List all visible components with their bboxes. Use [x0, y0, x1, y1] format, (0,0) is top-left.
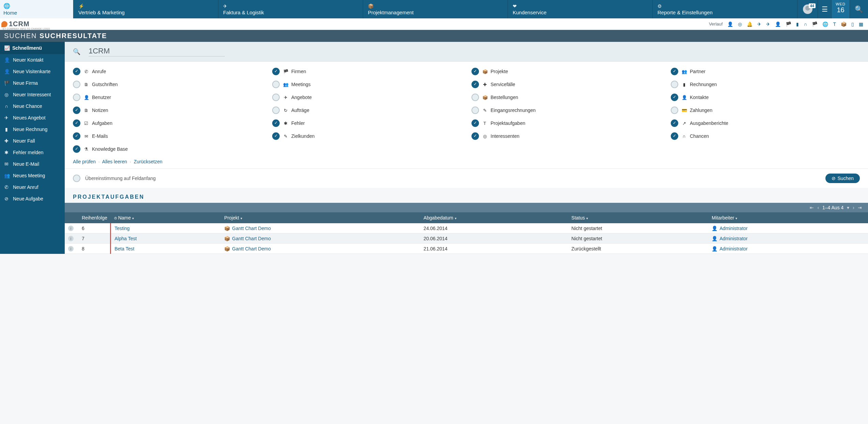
sidebar-item-neues-angebot[interactable]: ✈Neues Angebot	[0, 112, 65, 124]
filter-kontakte[interactable]: 👤Kontakte	[671, 94, 860, 101]
filter-notizen[interactable]: 🗎Notizen	[73, 107, 262, 114]
filter-fehler[interactable]: ✱Fehler	[272, 119, 461, 127]
filter-checkbox[interactable]	[73, 107, 80, 114]
filter-checkbox[interactable]	[471, 81, 479, 88]
history-send2-icon[interactable]: ✈	[766, 21, 770, 27]
sidebar-item-neue-rechnung[interactable]: ▮Neue Rechnung	[0, 124, 65, 135]
page-next-icon[interactable]: ›	[853, 205, 854, 210]
filter-benutzer[interactable]: 👤Benutzer	[73, 94, 262, 101]
sidebar-item-neue-aufgabe[interactable]: ⊘Neue Aufgabe	[0, 193, 65, 205]
sidebar-item-neue-chance[interactable]: ∩Neue Chance	[0, 100, 65, 112]
filter-ausgabenberichte[interactable]: ↗Ausgabenberichte	[671, 119, 860, 127]
filter-checkbox[interactable]	[671, 119, 678, 127]
filter-checkbox[interactable]	[671, 81, 678, 88]
filter-bestellungen[interactable]: 📦Bestellungen	[471, 94, 661, 101]
filter-interessenten[interactable]: ◎Interessenten	[471, 132, 661, 140]
row-info-icon[interactable]: i	[68, 236, 74, 241]
global-search-icon[interactable]: 🔍	[850, 0, 868, 18]
history-flag-icon[interactable]: 🏴	[786, 21, 791, 27]
cell-name-link[interactable]: Alpha Test	[114, 236, 137, 241]
filter-checkbox[interactable]	[471, 68, 479, 75]
cell-name-link[interactable]: Beta Test	[114, 246, 134, 251]
history-cube-icon[interactable]: 📦	[841, 21, 847, 27]
filter-checkbox[interactable]	[471, 94, 479, 101]
sidebar-item-neues-meeting[interactable]: 👥Neues Meeting	[0, 170, 65, 181]
col-project[interactable]: Projekt	[224, 215, 239, 221]
filter-checkbox[interactable]	[73, 68, 80, 75]
filter-rechnungen[interactable]: ▮Rechnungen	[671, 81, 860, 88]
row-info-icon[interactable]: i	[68, 246, 74, 251]
sidebar-item-neue-e-mail[interactable]: ✉Neue E-Mail	[0, 158, 65, 170]
sidebar-item-neuer-anruf[interactable]: ✆Neuer Anruf	[0, 181, 65, 193]
filter-checkbox[interactable]	[272, 81, 280, 88]
filter-e-mails[interactable]: ✉E-Mails	[73, 132, 262, 140]
nav-reporte-einstellungen[interactable]: ⚙Reporte & Einstellungen	[652, 0, 797, 18]
cell-assignee-link[interactable]: Administrator	[719, 246, 747, 251]
nav-projektmanagement[interactable]: 📦Projektmanagement	[363, 0, 508, 18]
history-target-icon[interactable]: ◎	[738, 21, 742, 27]
user-avatar[interactable]: 44	[797, 0, 818, 18]
col-name[interactable]: Name	[118, 215, 131, 221]
filter-zielkunden[interactable]: ✎Zielkunden	[272, 132, 461, 140]
menu-toggle-icon[interactable]: ☰	[818, 0, 831, 18]
col-assignee[interactable]: Mitarbeiter	[712, 215, 734, 221]
calendar-widget[interactable]: WED 16	[831, 0, 850, 18]
filter-checkbox[interactable]	[671, 107, 678, 114]
filter-knowledge-base[interactable]: ⚗Knowledge Base	[73, 145, 262, 153]
page-prev-icon[interactable]: ‹	[817, 205, 819, 210]
filter-checkbox[interactable]	[73, 132, 80, 140]
sidebar-item-neuer-interessent[interactable]: ◎Neuer Interessent	[0, 89, 65, 100]
filter-checkbox[interactable]	[272, 119, 280, 127]
filter-checkbox[interactable]	[671, 94, 678, 101]
filter-checkbox[interactable]	[272, 132, 280, 140]
filter-checkbox[interactable]	[471, 107, 479, 114]
filter-meetings[interactable]: 👥Meetings	[272, 81, 461, 88]
col-status[interactable]: Status	[571, 215, 585, 221]
cell-assignee-link[interactable]: Administrator	[719, 226, 747, 231]
search-input[interactable]	[89, 47, 225, 56]
filter-angebote[interactable]: ✈Angebote	[272, 94, 461, 101]
filter-checkbox[interactable]	[671, 68, 678, 75]
filter-firmen[interactable]: 🏴Firmen	[272, 68, 461, 75]
table-row[interactable]: i8Beta Test📦Gantt Chart Demo21.06.2014Zu…	[65, 244, 868, 254]
table-row[interactable]: i7Alpha Test📦Gantt Chart Demo20.06.2014N…	[65, 233, 868, 244]
filter-checkbox[interactable]	[272, 94, 280, 101]
filter-checkbox[interactable]	[471, 132, 479, 140]
filter-checkbox[interactable]	[73, 94, 80, 101]
history-grid-icon[interactable]: ▦	[859, 21, 863, 27]
row-info-icon[interactable]: i	[68, 226, 74, 231]
filter-checkbox[interactable]	[73, 145, 80, 153]
cell-name-link[interactable]: Testing	[114, 226, 129, 231]
nav-home[interactable]: 🌐 Home	[0, 0, 73, 18]
history-flag2-icon[interactable]: 🏴	[812, 21, 818, 27]
history-device-icon[interactable]: ▯	[851, 21, 854, 27]
clear-all-link[interactable]: Alles leeren	[102, 159, 127, 164]
filter-eingangsrechnungen[interactable]: ✎Eingangsrechnungen	[471, 107, 661, 114]
filter-anrufe[interactable]: ✆Anrufe	[73, 68, 262, 75]
page-last-icon[interactable]: ⇥	[858, 205, 862, 210]
history-stop-icon[interactable]: ▮	[796, 21, 799, 27]
reset-link[interactable]: Zurücksetzen	[134, 159, 162, 164]
sidebar-item-neue-visitenkarte[interactable]: 👤Neue Visitenkarte	[0, 66, 65, 77]
history-send-icon[interactable]: ✈	[757, 21, 761, 27]
nav-faktura-logistik[interactable]: ✈Faktura & Logistik	[218, 0, 363, 18]
filter-checkbox[interactable]	[671, 132, 678, 140]
history-text-icon[interactable]: T	[833, 21, 836, 27]
app-logo[interactable]: 1CRM ET COMPANY INFO TO CHANGE LOGO	[0, 18, 73, 30]
sidebar-item-fehler-melden[interactable]: ✱Fehler melden	[0, 147, 65, 158]
history-user-icon[interactable]: 👤	[727, 21, 733, 27]
nav-vertrieb-marketing[interactable]: ⚡Vertrieb & Marketing	[73, 0, 218, 18]
filter-checkbox[interactable]	[272, 68, 280, 75]
filter-checkbox[interactable]	[73, 81, 80, 88]
filter-partner[interactable]: 👥Partner	[671, 68, 860, 75]
filter-zahlungen[interactable]: 💳Zahlungen	[671, 107, 860, 114]
nav-kundenservice[interactable]: ❤Kundenservice	[508, 0, 652, 18]
search-button[interactable]: ⊘ Suchen	[825, 174, 860, 183]
cell-project-link[interactable]: Gantt Chart Demo	[232, 246, 271, 251]
filter-checkbox[interactable]	[73, 119, 80, 127]
cell-project-link[interactable]: Gantt Chart Demo	[232, 236, 271, 241]
cell-project-link[interactable]: Gantt Chart Demo	[232, 226, 271, 231]
filter-chancen[interactable]: ∩Chancen	[671, 132, 860, 140]
history-bell-icon[interactable]: 🔔	[747, 21, 753, 27]
col-order[interactable]: Reihenfolge	[82, 215, 107, 221]
